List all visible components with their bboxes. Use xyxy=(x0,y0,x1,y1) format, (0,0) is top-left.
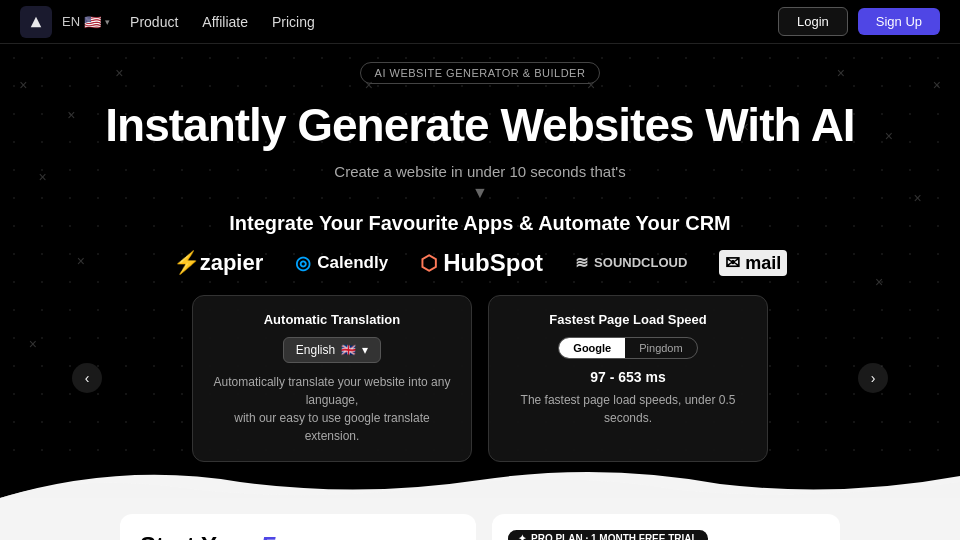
scroll-arrow: ▼ xyxy=(0,184,960,202)
speed-tabs: Google Pingdom xyxy=(558,337,697,359)
hero-title: Instantly Generate Websites With AI xyxy=(0,100,960,151)
hubspot-text: HubSpot xyxy=(443,249,543,277)
hero-section: × × × × × × × × × × × × × × × AI WEBSITE… xyxy=(0,44,960,462)
flag-icon: 🇺🇸 xyxy=(84,14,101,30)
right-arrow-icon: › xyxy=(871,370,876,386)
trial-title: Start Your Free Trial Today! xyxy=(140,532,456,540)
chevron-icon: ▾ xyxy=(105,17,110,27)
calendly-logo: ◎ Calendly xyxy=(295,252,388,274)
trial-card: Start Your Free Trial Today! Unlock all … xyxy=(120,514,476,540)
nav-actions: Login Sign Up xyxy=(778,7,940,36)
pro-badge-icon: ✦ xyxy=(518,533,526,540)
bottom-section: Start Your Free Trial Today! Unlock all … xyxy=(0,498,960,540)
hero-badge: AI WEBSITE GENERATOR & BUILDER xyxy=(360,62,601,84)
mail-icon: ✉ mail xyxy=(719,250,787,276)
nav-affiliate[interactable]: Affiliate xyxy=(202,14,248,30)
zapier-logo-text: ⚡zapier xyxy=(173,250,264,276)
soundcloud-icon: ≋ xyxy=(575,253,588,272)
soundcloud-text: SOUNDCLOUD xyxy=(594,255,687,270)
wave-separator xyxy=(0,462,960,498)
hubspot-logo: ⬡ HubSpot xyxy=(420,249,543,277)
translation-card-title: Automatic Translation xyxy=(213,312,451,327)
navbar: EN 🇺🇸 ▾ Product Affiliate Pricing Login … xyxy=(0,0,960,44)
dropdown-chevron: ▾ xyxy=(362,343,368,357)
speed-range: 97 - 653 ms xyxy=(509,369,747,385)
login-button[interactable]: Login xyxy=(778,7,848,36)
logo[interactable] xyxy=(20,6,52,38)
tab-pingdom[interactable]: Pingdom xyxy=(625,338,696,358)
language-selector[interactable]: EN 🇺🇸 ▾ xyxy=(62,14,110,30)
tab-google[interactable]: Google xyxy=(559,338,625,358)
zapier-logo: ⚡zapier xyxy=(173,250,264,276)
speed-card-desc: The fastest page load speeds, under 0.5 … xyxy=(509,391,747,427)
trial-title-free: Free xyxy=(260,532,311,540)
signup-button[interactable]: Sign Up xyxy=(858,8,940,35)
mail-logo: ✉ mail xyxy=(719,250,787,276)
nav-product[interactable]: Product xyxy=(130,14,178,30)
nav-pricing[interactable]: Pricing xyxy=(272,14,315,30)
translation-card: Automatic Translation English 🇬🇧 ▾ Autom… xyxy=(192,295,472,462)
lang-value: English xyxy=(296,343,335,357)
speed-card-title: Fastest Page Load Speed xyxy=(509,312,747,327)
calendly-text: Calendly xyxy=(317,253,388,273)
cards-row: Automatic Translation English 🇬🇧 ▾ Autom… xyxy=(0,295,960,462)
trial-title-start: Start Your xyxy=(140,532,260,540)
lang-flag: 🇬🇧 xyxy=(341,343,356,357)
speed-card: Fastest Page Load Speed Google Pingdom 9… xyxy=(488,295,768,462)
translation-card-desc: Automatically translate your website int… xyxy=(213,373,451,445)
next-arrow[interactable]: › xyxy=(858,363,888,393)
integrate-title: Integrate Your Favourite Apps & Automate… xyxy=(0,212,960,235)
feature-cards-container: ‹ Automatic Translation English 🇬🇧 ▾ Aut… xyxy=(0,295,960,462)
hero-subtitle: Create a website in under 10 seconds tha… xyxy=(0,163,960,180)
left-arrow-icon: ‹ xyxy=(85,370,90,386)
nav-links: Product Affiliate Pricing xyxy=(130,14,778,30)
lang-text: EN xyxy=(62,14,80,29)
language-dropdown[interactable]: English 🇬🇧 ▾ xyxy=(283,337,381,363)
pro-badge-text: PRO PLAN · 1 MONTH FREE TRIAL xyxy=(531,533,698,540)
pro-badge: ✦ PRO PLAN · 1 MONTH FREE TRIAL xyxy=(508,530,708,540)
hubspot-icon: ⬡ xyxy=(420,251,437,275)
pricing-card: ✦ PRO PLAN · 1 MONTH FREE TRIAL $0 /Mont… xyxy=(492,514,840,540)
logos-row: ⚡zapier ◎ Calendly ⬡ HubSpot ≋ SOUNDCLOU… xyxy=(0,249,960,277)
calendly-icon: ◎ xyxy=(295,252,311,274)
prev-arrow[interactable]: ‹ xyxy=(72,363,102,393)
soundcloud-logo: ≋ SOUNDCLOUD xyxy=(575,253,687,272)
